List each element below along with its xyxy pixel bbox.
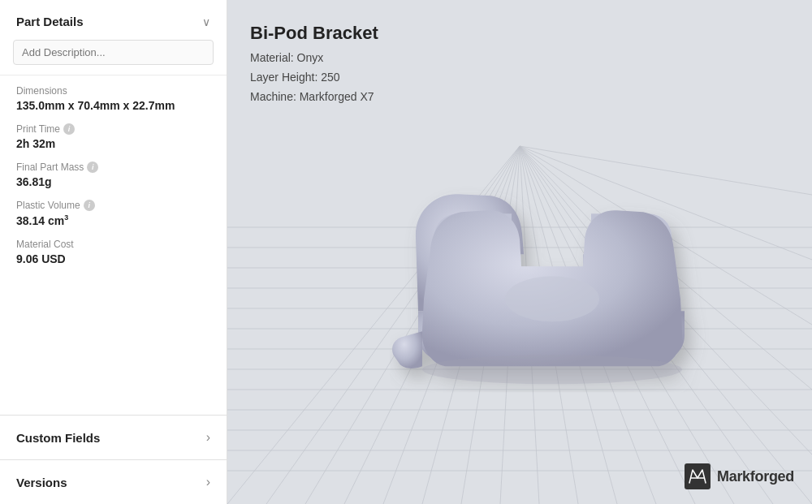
plastic-volume-info-icon[interactable]: i	[84, 200, 95, 211]
svg-point-36	[422, 355, 682, 384]
description-input[interactable]	[13, 40, 214, 65]
print-time-info-icon[interactable]: i	[63, 123, 75, 135]
part-material: Material: Onyx	[250, 49, 378, 68]
bottom-sections: Custom Fields › Versions ›	[0, 415, 227, 504]
custom-fields-title: Custom Fields	[16, 431, 100, 445]
versions-title: Versions	[16, 476, 67, 489]
custom-fields-row[interactable]: Custom Fields ›	[0, 416, 227, 460]
svg-rect-37	[685, 463, 710, 489]
markforged-logo: Markforged	[685, 463, 794, 489]
material-cost-value: 9.06 USD	[16, 252, 210, 265]
part-3d-model	[390, 149, 715, 395]
print-time-label: Print Time i	[16, 123, 210, 135]
dimensions-value: 135.0mm x 70.4mm x 22.7mm	[16, 99, 210, 112]
part-details-chevron: ∨	[202, 15, 210, 28]
material-cost-label: Material Cost	[16, 239, 210, 250]
custom-fields-chevron: ›	[206, 430, 210, 445]
final-part-mass-label: Final Part Mass i	[16, 162, 210, 173]
plastic-volume-value: 38.14 cm3	[16, 213, 210, 227]
left-panel: Part Details ∨ Dimensions 135.0mm x 70.4…	[0, 0, 227, 504]
markforged-brand-name: Markforged	[717, 468, 794, 485]
markforged-logo-icon	[685, 463, 710, 489]
versions-row[interactable]: Versions ›	[0, 460, 227, 504]
viewer-panel: Bi-Pod Bracket Material: Onyx Layer Heig…	[227, 0, 812, 504]
part-details-title: Part Details	[16, 15, 84, 28]
part-title: Bi-Pod Bracket	[250, 23, 378, 44]
svg-point-35	[505, 276, 599, 321]
part-info: Bi-Pod Bracket Material: Onyx Layer Heig…	[250, 23, 378, 106]
part-details-header[interactable]: Part Details ∨	[0, 0, 227, 40]
versions-chevron: ›	[206, 475, 210, 489]
part-layer-height: Layer Height: 250	[250, 68, 378, 88]
description-wrapper	[0, 40, 227, 75]
print-time-value: 2h 32m	[16, 137, 210, 150]
plastic-volume-label: Plastic Volume i	[16, 200, 210, 211]
final-part-mass-value: 36.81g	[16, 175, 210, 188]
part-machine: Machine: Markforged X7	[250, 88, 378, 107]
final-part-mass-info-icon[interactable]: i	[87, 162, 98, 173]
dimensions-label: Dimensions	[16, 85, 210, 97]
part-details-body: Dimensions 135.0mm x 70.4mm x 22.7mm Pri…	[0, 75, 227, 415]
